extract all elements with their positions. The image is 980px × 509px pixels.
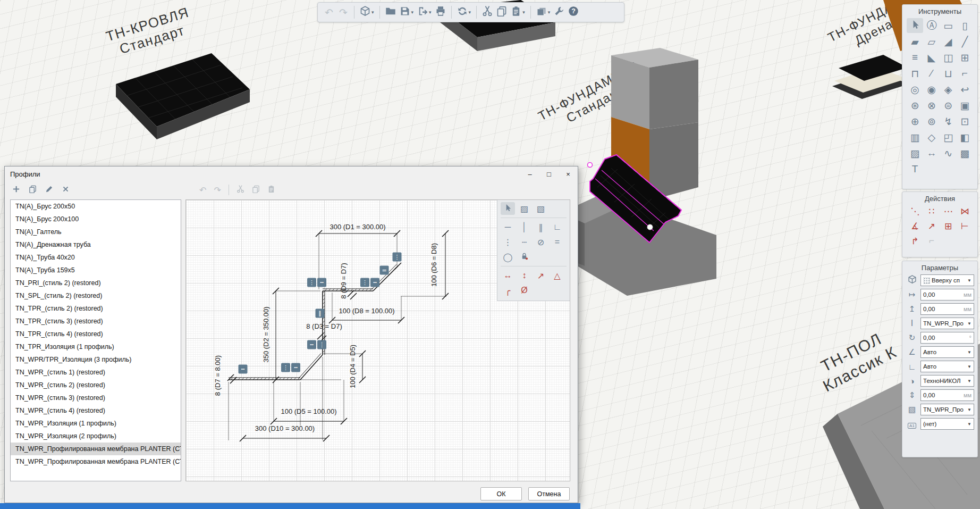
profile-list-item[interactable]: TN(A)_Брус 200x50 xyxy=(11,200,181,213)
level-offset-input[interactable]: 0,00мм xyxy=(920,389,974,401)
redo-button[interactable]: ↷ xyxy=(214,185,221,195)
view-cube-button[interactable]: ▾ xyxy=(358,5,376,20)
chevron-down-icon[interactable]: ▼ xyxy=(967,278,971,283)
sketchtool-region-contour[interactable]: ▧ xyxy=(534,202,548,215)
sketchtool-parallel-constraint[interactable]: ∥ xyxy=(534,221,548,233)
profile-list-item[interactable]: TN_WPR_Профилированная мембрана PLANTER … xyxy=(11,443,181,455)
profile-list-item[interactable]: TN_WPR_Изоляция (1 профиль) xyxy=(11,417,181,430)
chevron-down-icon[interactable]: ▾ xyxy=(522,10,525,15)
profile-list-item[interactable]: TN_PRI_(стиль 2) (restored) xyxy=(11,277,181,289)
sketchtool-fix-constraint[interactable] xyxy=(517,251,531,263)
chevron-down-icon[interactable]: ▾ xyxy=(429,10,432,15)
sketchtool-aligned-dimension[interactable]: ↗ xyxy=(534,269,548,282)
constraint-badge[interactable]: ┅ xyxy=(239,365,248,374)
foundation-standard-object[interactable] xyxy=(561,48,716,296)
tool-column[interactable]: ▯ xyxy=(957,18,973,33)
roof-slab-object[interactable] xyxy=(116,53,250,139)
open-button[interactable] xyxy=(384,5,398,20)
placement-select[interactable]: Вверху сп▼ xyxy=(920,274,974,286)
profile-sketch-area[interactable]: 300 (D1 = 300.00)100 (D6 = D8)8 (D9 = D7… xyxy=(185,199,570,481)
action-move-vector[interactable]: ↗ xyxy=(923,220,940,232)
export-button[interactable]: ▾ xyxy=(416,5,433,20)
copy-button[interactable] xyxy=(252,185,260,195)
profile-list[interactable]: TN(A)_Брус 200x50TN(A)_Брус 200x100TN(A)… xyxy=(10,199,181,481)
profile-list-item[interactable]: TN_WPR_(стиль 2) (restored) xyxy=(11,379,181,391)
save-button[interactable]: ▾ xyxy=(398,5,416,20)
sketchtool-angular-dimension[interactable]: △ xyxy=(550,269,564,282)
start-cut-select[interactable]: Авто▼ xyxy=(920,346,974,358)
chevron-down-icon[interactable]: ▼ xyxy=(967,364,971,369)
sketchtool-vertical-dimension[interactable]: ↕ xyxy=(517,269,531,282)
help-button[interactable]: ? xyxy=(567,5,580,20)
rotation-angle-input[interactable]: 0,00° xyxy=(920,332,974,344)
tool-floor-opening[interactable]: ▱ xyxy=(923,34,940,49)
profile-list-item[interactable]: TN_WPR/TPR_Изоляция (3 профиль) xyxy=(11,353,181,366)
profile-list-item[interactable]: TN_TPR_(стиль 2) (restored) xyxy=(11,302,181,315)
profile-list-item[interactable]: TN_WPR_Профилированная мембрана PLANTER … xyxy=(11,455,181,468)
tool-duct-connector[interactable]: ▣ xyxy=(957,98,973,113)
profile-style-select[interactable]: TN_WPR_Про▼ xyxy=(920,318,974,329)
tool-table[interactable]: ⊓ xyxy=(907,66,923,81)
chevron-down-icon[interactable]: ▼ xyxy=(967,350,971,355)
print-button[interactable] xyxy=(434,5,447,20)
maximize-button[interactable]: □ xyxy=(539,167,559,181)
ok-button[interactable]: ОК xyxy=(480,487,522,500)
tool-plumbing-fixture[interactable]: ⊔ xyxy=(940,66,957,81)
profile-list-item[interactable]: TN(A)_Труба 159x5 xyxy=(11,264,181,277)
profile-list-item[interactable]: TN(A)_Галтель xyxy=(11,226,181,238)
tool-floor[interactable]: ▰ xyxy=(907,34,923,49)
tool-generator[interactable]: ↯ xyxy=(940,114,957,129)
action-stretch[interactable]: ↱ xyxy=(907,235,923,247)
layers-button[interactable]: ▾ xyxy=(535,5,552,20)
close-button[interactable]: × xyxy=(559,167,578,181)
action-rotate[interactable]: ∡ xyxy=(907,220,923,232)
sketchtool-perpendicular-constraint[interactable]: ∟ xyxy=(550,221,564,233)
tool-toilet[interactable]: ◎ xyxy=(907,82,923,97)
chevron-down-icon[interactable]: ▾ xyxy=(548,10,551,15)
chevron-down-icon[interactable]: ▼ xyxy=(967,321,971,326)
tool-wall[interactable]: ▭ xyxy=(940,18,957,33)
profile-list-item[interactable]: TN_TPR_(стиль 3) (restored) xyxy=(11,315,181,328)
sketchtool-vertical-constraint[interactable]: │ xyxy=(517,221,531,233)
tool-electric-panel[interactable]: ▥ xyxy=(907,130,923,145)
paste-button[interactable] xyxy=(267,185,275,195)
tool-curve[interactable]: ∿ xyxy=(940,146,957,161)
constraint-badge[interactable]: ⋮ xyxy=(393,253,402,262)
constraint-badge[interactable]: ∥ xyxy=(316,309,325,318)
sketchtool-select[interactable] xyxy=(501,202,515,215)
dialog-titlebar[interactable]: Профили –□× xyxy=(5,166,578,181)
action-copy[interactable]: ⊞ xyxy=(940,220,957,232)
tool-pump[interactable]: ⊛ xyxy=(907,98,923,113)
tool-text-tool[interactable]: T xyxy=(907,162,923,177)
chevron-down-icon[interactable]: ▼ xyxy=(967,407,971,412)
settings-button[interactable] xyxy=(552,5,566,20)
sketchtool-horizontal-dimension[interactable]: ↔ xyxy=(501,269,515,282)
tool-lamp[interactable]: ⊚ xyxy=(923,114,940,129)
offset-horizontal-input[interactable]: 0,00мм xyxy=(920,289,974,301)
tool-stairs[interactable]: ≡ xyxy=(907,50,923,65)
chevron-down-icon[interactable]: ▾ xyxy=(371,10,374,15)
chevron-down-icon[interactable]: ▼ xyxy=(967,379,971,383)
undo-button[interactable]: ↶ xyxy=(322,5,336,20)
action-move-points[interactable]: ⋱ xyxy=(907,205,923,217)
sketchtool-equal-constraint[interactable]: = xyxy=(550,236,564,248)
profile-list-item[interactable]: TN_TPR_Изоляция (1 профиль) xyxy=(11,340,181,353)
tool-duct-elbow[interactable]: ⌐ xyxy=(957,66,973,81)
sketchtool-region[interactable]: ▨ xyxy=(517,202,531,215)
profile-list-item[interactable]: TN(A)_Дренажная труба xyxy=(11,238,181,251)
profile-list-item[interactable]: TN_SPL_(стиль 2) (restored) xyxy=(11,289,181,302)
redo-button[interactable]: ↷ xyxy=(336,5,350,20)
tool-model-object[interactable]: ◇ xyxy=(923,130,940,145)
tool-door[interactable]: ◫ xyxy=(940,50,957,65)
tool-fitting[interactable]: ◈ xyxy=(940,82,957,97)
tool-window[interactable]: ⊞ xyxy=(957,50,973,65)
cut-button[interactable] xyxy=(480,5,494,20)
tool-pipe-connector[interactable]: ⊜ xyxy=(940,98,957,113)
sketchtool-horizontal-constraint[interactable]: ─ xyxy=(501,221,515,233)
hatch-style-select[interactable]: TN_WPR_Про▼ xyxy=(920,404,974,415)
tool-drawing-view[interactable]: ◰ xyxy=(940,130,957,145)
sketchtool-coincident-horizontal[interactable]: ┄ xyxy=(517,236,531,248)
material-select[interactable]: ТехноНИКОЛ▼ xyxy=(920,375,974,387)
constraint-badge[interactable]: ⋮┅ xyxy=(360,278,379,287)
sketchtool-diameter-dimension[interactable]: Ø xyxy=(517,284,531,297)
